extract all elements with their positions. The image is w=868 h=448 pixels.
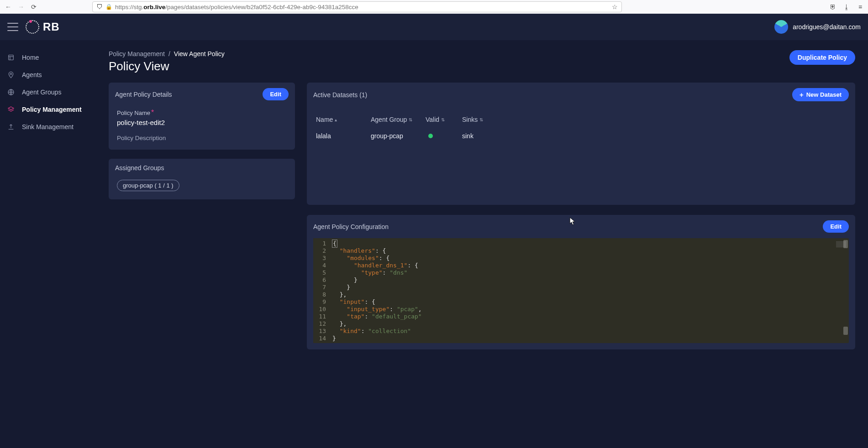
table-header: Name▴ Agent Group⇅ Valid⇅ Sinks⇅ [316,111,846,128]
pocket-icon[interactable]: ⛨ [829,3,837,10]
downloads-icon[interactable]: ⭳ [842,3,851,10]
new-dataset-button[interactable]: + New Dataset [792,88,849,101]
sort-icon: ⇅ [409,117,412,122]
new-dataset-label: New Dataset [806,91,842,98]
logo-mark-icon [26,20,39,34]
sidebar-item-agent-groups[interactable]: Agent Groups [0,84,96,100]
lock-icon: 🔒 [105,4,112,10]
bookmark-star-icon[interactable]: ☆ [612,3,618,10]
sidebar: Home Agents Agent Groups Policy Manageme… [0,40,96,448]
card-title: Agent Policy Details [115,91,172,98]
scrollbar-thumb[interactable] [843,240,848,248]
sidebar-item-label: Agents [22,71,42,78]
url-text: https://stg.orb.live/pages/datasets/poli… [115,4,358,10]
brand-text: RB [43,21,60,33]
svg-rect-0 [9,55,14,60]
cell-sinks: sink [462,132,503,140]
url-bar[interactable]: ⛉ 🔒 https://stg.orb.live/pages/datasets/… [92,1,622,12]
home-icon [6,54,16,61]
line-gutter: 1234567891011121314 [313,238,329,343]
breadcrumb-sep: / [168,50,170,57]
table-row[interactable]: lalala group-pcap sink [316,128,846,144]
col-valid[interactable]: Valid⇅ [426,116,462,123]
scrollbar-thumb[interactable] [843,327,848,335]
policy-name-label: Policy Name [117,109,150,116]
breadcrumb-current: View Agent Policy [174,50,225,57]
app-header: RB arodrigues@daitan.com [0,14,868,40]
datasets-table: Name▴ Agent Group⇅ Valid⇅ Sinks⇅ lalala … [307,107,855,153]
browser-toolbar: ← → ⟳ ⛉ 🔒 https://stg.orb.live/pages/dat… [0,0,868,14]
sidebar-item-label: Sink Management [22,123,74,130]
col-agent-group[interactable]: Agent Group⇅ [371,116,426,123]
required-mark: * [151,109,154,116]
app-logo[interactable]: RB [26,20,60,34]
sidebar-item-label: Policy Management [22,106,82,113]
user-menu[interactable]: arodrigues@daitan.com [774,20,861,34]
sort-icon: ⇅ [479,117,483,122]
shield-icon: ⛉ [96,3,103,10]
policy-description-label: Policy Description [117,135,287,141]
assigned-groups-card: Assigned Groups group-pcap ( 1 / 1 ) [109,159,295,199]
sidebar-item-policy-management[interactable]: Policy Management [0,101,96,118]
forward-icon[interactable]: → [16,3,26,10]
edit-details-button[interactable]: Edit [263,88,289,100]
json-editor[interactable]: 1234567891011121314 { "handlers": { "mod… [313,238,849,343]
reload-icon[interactable]: ⟳ [29,3,38,10]
app-menu-icon[interactable]: ≡ [856,3,864,10]
cell-name: lalala [316,132,371,140]
menu-toggle-icon[interactable] [7,23,18,31]
group-chip[interactable]: group-pcap ( 1 / 1 ) [117,180,179,191]
sidebar-item-agents[interactable]: Agents [0,67,96,83]
cell-group: group-pcap [371,132,426,140]
agent-policy-config-card: Agent Policy Configuration Edit 12345678… [307,215,855,349]
avatar [774,20,788,34]
status-dot-icon [428,134,433,138]
layers-icon [6,106,16,113]
breadcrumb-root[interactable]: Policy Management [109,50,165,57]
col-sinks[interactable]: Sinks⇅ [462,116,503,123]
svg-point-1 [10,73,11,74]
duplicate-policy-button[interactable]: Duplicate Policy [789,50,855,65]
card-title: Active Datasets (1) [313,91,367,99]
card-title: Agent Policy Configuration [313,223,389,230]
breadcrumb: Policy Management / View Agent Policy [109,50,225,57]
globe-icon [6,89,16,96]
agent-policy-details-card: Agent Policy Details Edit Policy Name* p… [109,83,295,150]
edit-config-button[interactable]: Edit [823,220,849,233]
sidebar-item-home[interactable]: Home [0,49,96,66]
sidebar-item-sink-management[interactable]: Sink Management [0,119,96,135]
upload-icon [6,123,16,130]
cell-valid [426,132,462,140]
back-icon[interactable]: ← [4,3,13,10]
card-title: Assigned Groups [115,164,164,172]
sidebar-item-label: Home [22,54,39,61]
sort-asc-icon: ▴ [335,117,337,122]
page-title: Policy View [109,59,225,73]
sidebar-item-label: Agent Groups [22,89,61,96]
code-content: { "handlers": { "modules": { "handler_dn… [329,238,849,343]
policy-name-value: policy-test-edit2 [117,119,287,126]
active-datasets-card: Active Datasets (1) + New Dataset Name▴ … [307,83,855,205]
sort-icon: ⇅ [441,117,445,122]
col-name[interactable]: Name▴ [316,116,371,123]
plus-icon: + [800,91,804,99]
main-content: Policy Management / View Agent Policy Po… [96,40,868,448]
user-email: arodrigues@daitan.com [793,23,861,31]
pin-icon [6,71,16,78]
